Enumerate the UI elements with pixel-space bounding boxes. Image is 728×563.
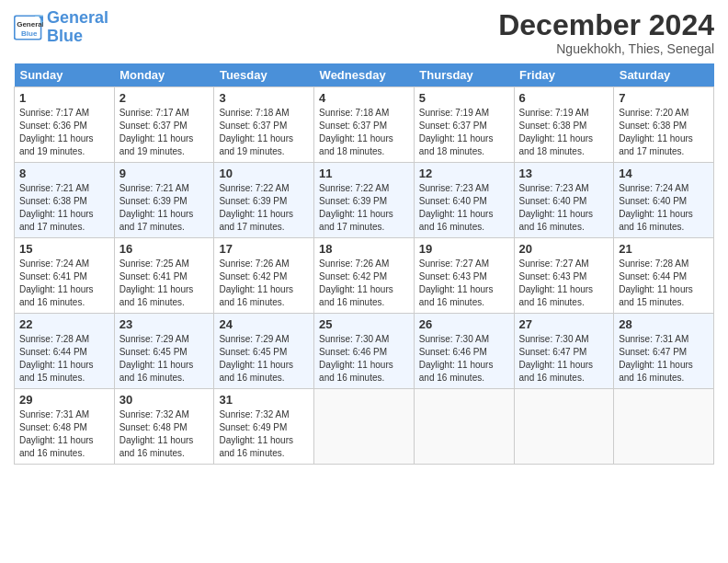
day-number: 31 <box>219 393 309 407</box>
day-number: 15 <box>19 242 109 256</box>
day-number: 10 <box>219 167 309 180</box>
col-tuesday: Tuesday <box>214 63 314 87</box>
day-number: 5 <box>419 91 509 105</box>
day-number: 23 <box>119 317 210 331</box>
day-number: 17 <box>219 242 309 256</box>
day-info: Sunrise: 7:18 AM Sunset: 6:37 PM Dayligh… <box>319 107 409 158</box>
table-row: 1Sunrise: 7:17 AM Sunset: 6:36 PM Daylig… <box>15 87 115 163</box>
table-row: 30Sunrise: 7:32 AM Sunset: 6:48 PM Dayli… <box>114 389 214 465</box>
table-row <box>314 389 415 465</box>
col-saturday: Saturday <box>614 63 714 87</box>
table-row: 7Sunrise: 7:20 AM Sunset: 6:38 PM Daylig… <box>614 87 714 163</box>
day-number: 7 <box>619 91 709 105</box>
table-row: 18Sunrise: 7:26 AM Sunset: 6:42 PM Dayli… <box>314 238 415 314</box>
day-number: 28 <box>619 317 709 331</box>
day-number: 26 <box>419 317 509 331</box>
table-row: 23Sunrise: 7:29 AM Sunset: 6:45 PM Dayli… <box>114 314 214 389</box>
day-number: 18 <box>319 242 409 256</box>
calendar-week-row: 1Sunrise: 7:17 AM Sunset: 6:36 PM Daylig… <box>15 87 714 163</box>
day-number: 9 <box>119 167 210 180</box>
svg-text:Blue: Blue <box>21 29 38 38</box>
table-row: 8Sunrise: 7:21 AM Sunset: 6:38 PM Daylig… <box>15 163 115 238</box>
day-number: 12 <box>419 167 509 180</box>
day-info: Sunrise: 7:32 AM Sunset: 6:49 PM Dayligh… <box>219 408 309 460</box>
page-container: General Blue GeneralBlue December 2024 N… <box>0 0 728 474</box>
table-row <box>614 389 714 465</box>
day-number: 2 <box>119 91 210 105</box>
day-info: Sunrise: 7:21 AM Sunset: 6:38 PM Dayligh… <box>19 182 109 234</box>
day-info: Sunrise: 7:28 AM Sunset: 6:44 PM Dayligh… <box>619 258 709 309</box>
day-info: Sunrise: 7:32 AM Sunset: 6:48 PM Dayligh… <box>119 408 210 460</box>
day-number: 6 <box>519 91 609 105</box>
day-number: 27 <box>519 317 609 331</box>
table-row <box>414 389 514 465</box>
table-row: 22Sunrise: 7:28 AM Sunset: 6:44 PM Dayli… <box>15 314 115 389</box>
header: General Blue GeneralBlue December 2024 N… <box>14 9 714 56</box>
table-row: 2Sunrise: 7:17 AM Sunset: 6:37 PM Daylig… <box>114 87 214 163</box>
day-number: 16 <box>119 242 210 256</box>
col-sunday: Sunday <box>15 63 115 87</box>
day-info: Sunrise: 7:30 AM Sunset: 6:47 PM Dayligh… <box>519 333 609 385</box>
day-number: 24 <box>219 317 309 331</box>
day-info: Sunrise: 7:20 AM Sunset: 6:38 PM Dayligh… <box>619 107 709 158</box>
table-row: 24Sunrise: 7:29 AM Sunset: 6:45 PM Dayli… <box>214 314 314 389</box>
logo-icon: General Blue <box>14 15 43 40</box>
day-info: Sunrise: 7:23 AM Sunset: 6:40 PM Dayligh… <box>419 182 509 234</box>
day-number: 30 <box>119 393 210 407</box>
day-info: Sunrise: 7:26 AM Sunset: 6:42 PM Dayligh… <box>219 258 309 309</box>
day-info: Sunrise: 7:24 AM Sunset: 6:41 PM Dayligh… <box>19 258 109 309</box>
col-wednesday: Wednesday <box>314 63 415 87</box>
day-info: Sunrise: 7:31 AM Sunset: 6:48 PM Dayligh… <box>19 408 109 460</box>
day-number: 11 <box>319 167 409 180</box>
col-monday: Monday <box>114 63 214 87</box>
table-row: 13Sunrise: 7:23 AM Sunset: 6:40 PM Dayli… <box>514 163 614 238</box>
day-number: 20 <box>519 242 609 256</box>
day-info: Sunrise: 7:21 AM Sunset: 6:39 PM Dayligh… <box>119 182 210 234</box>
table-row: 27Sunrise: 7:30 AM Sunset: 6:47 PM Dayli… <box>514 314 614 389</box>
table-row: 21Sunrise: 7:28 AM Sunset: 6:44 PM Dayli… <box>614 238 714 314</box>
day-number: 13 <box>519 167 609 180</box>
table-row <box>514 389 614 465</box>
table-row: 4Sunrise: 7:18 AM Sunset: 6:37 PM Daylig… <box>314 87 415 163</box>
table-row: 9Sunrise: 7:21 AM Sunset: 6:39 PM Daylig… <box>114 163 214 238</box>
day-info: Sunrise: 7:31 AM Sunset: 6:47 PM Dayligh… <box>619 333 709 385</box>
day-info: Sunrise: 7:19 AM Sunset: 6:37 PM Dayligh… <box>419 107 509 158</box>
table-row: 6Sunrise: 7:19 AM Sunset: 6:38 PM Daylig… <box>514 87 614 163</box>
day-info: Sunrise: 7:29 AM Sunset: 6:45 PM Dayligh… <box>119 333 210 385</box>
table-row: 28Sunrise: 7:31 AM Sunset: 6:47 PM Dayli… <box>614 314 714 389</box>
title-block: December 2024 Nguekhokh, Thies, Senegal <box>498 9 714 56</box>
day-info: Sunrise: 7:18 AM Sunset: 6:37 PM Dayligh… <box>219 107 309 158</box>
table-row: 10Sunrise: 7:22 AM Sunset: 6:39 PM Dayli… <box>214 163 314 238</box>
calendar-week-row: 8Sunrise: 7:21 AM Sunset: 6:38 PM Daylig… <box>15 163 714 238</box>
day-number: 1 <box>19 91 109 105</box>
day-info: Sunrise: 7:17 AM Sunset: 6:36 PM Dayligh… <box>19 107 109 158</box>
svg-text:General: General <box>17 20 43 29</box>
day-info: Sunrise: 7:26 AM Sunset: 6:42 PM Dayligh… <box>319 258 409 309</box>
day-info: Sunrise: 7:30 AM Sunset: 6:46 PM Dayligh… <box>419 333 509 385</box>
day-info: Sunrise: 7:27 AM Sunset: 6:43 PM Dayligh… <box>419 258 509 309</box>
day-info: Sunrise: 7:22 AM Sunset: 6:39 PM Dayligh… <box>319 182 409 234</box>
table-row: 17Sunrise: 7:26 AM Sunset: 6:42 PM Dayli… <box>214 238 314 314</box>
day-number: 8 <box>19 167 109 180</box>
calendar-week-row: 22Sunrise: 7:28 AM Sunset: 6:44 PM Dayli… <box>15 314 714 389</box>
logo-text: GeneralBlue <box>47 9 108 46</box>
table-row: 20Sunrise: 7:27 AM Sunset: 6:43 PM Dayli… <box>514 238 614 314</box>
table-row: 29Sunrise: 7:31 AM Sunset: 6:48 PM Dayli… <box>15 389 115 465</box>
day-info: Sunrise: 7:28 AM Sunset: 6:44 PM Dayligh… <box>19 333 109 385</box>
day-info: Sunrise: 7:25 AM Sunset: 6:41 PM Dayligh… <box>119 258 210 309</box>
day-number: 21 <box>619 242 709 256</box>
table-row: 11Sunrise: 7:22 AM Sunset: 6:39 PM Dayli… <box>314 163 415 238</box>
day-info: Sunrise: 7:22 AM Sunset: 6:39 PM Dayligh… <box>219 182 309 234</box>
col-friday: Friday <box>514 63 614 87</box>
day-number: 25 <box>319 317 409 331</box>
day-info: Sunrise: 7:30 AM Sunset: 6:46 PM Dayligh… <box>319 333 409 385</box>
calendar-header-row: Sunday Monday Tuesday Wednesday Thursday… <box>15 63 714 87</box>
day-number: 29 <box>19 393 109 407</box>
day-number: 4 <box>319 91 409 105</box>
month-title: December 2024 <box>498 9 714 41</box>
location: Nguekhokh, Thies, Senegal <box>498 41 714 56</box>
calendar-table: Sunday Monday Tuesday Wednesday Thursday… <box>14 63 714 465</box>
logo: General Blue GeneralBlue <box>14 9 108 46</box>
table-row: 5Sunrise: 7:19 AM Sunset: 6:37 PM Daylig… <box>414 87 514 163</box>
day-info: Sunrise: 7:27 AM Sunset: 6:43 PM Dayligh… <box>519 258 609 309</box>
